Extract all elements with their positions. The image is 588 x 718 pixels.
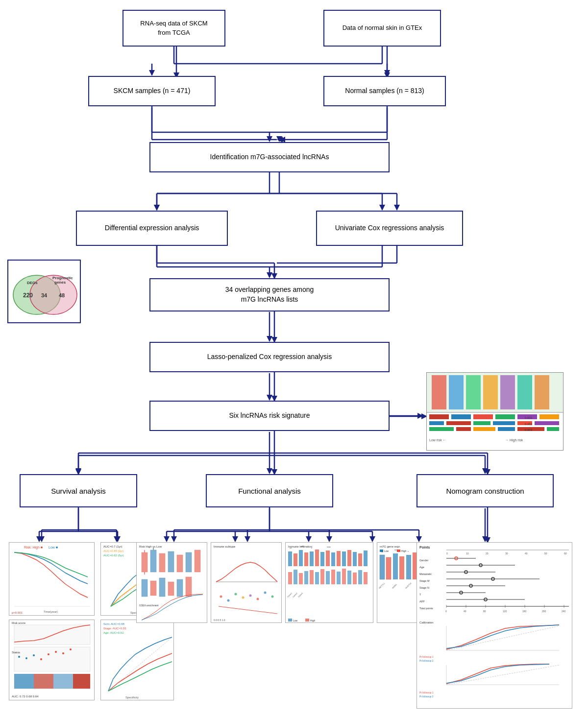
svg-text:200: 200 bbox=[542, 610, 546, 613]
svg-marker-11 bbox=[276, 136, 282, 142]
svg-point-159 bbox=[227, 599, 230, 602]
svg-text:34: 34 bbox=[41, 292, 48, 298]
svg-rect-175 bbox=[315, 550, 319, 566]
skcm-samples-box: SKCM samples (n = 471) bbox=[88, 76, 216, 106]
svg-rect-150 bbox=[159, 578, 165, 597]
univariate-box: Univariate Cox regressions analysis bbox=[316, 211, 463, 246]
svg-text:50: 50 bbox=[544, 552, 547, 555]
svg-rect-199 bbox=[342, 569, 346, 584]
svg-rect-92 bbox=[547, 427, 559, 431]
svg-point-117 bbox=[25, 657, 27, 659]
svg-text:20: 20 bbox=[486, 552, 489, 555]
svg-text:120: 120 bbox=[503, 610, 507, 613]
svg-text:Risk High vs Low: Risk High vs Low bbox=[139, 545, 162, 548]
svg-rect-90 bbox=[498, 427, 515, 431]
svg-rect-174 bbox=[310, 551, 314, 566]
svg-rect-153 bbox=[186, 577, 192, 597]
svg-marker-324 bbox=[267, 395, 272, 401]
svg-text:DEGs: DEGs bbox=[27, 281, 38, 285]
svg-text:Low: Low bbox=[293, 619, 298, 622]
svg-rect-89 bbox=[473, 427, 495, 431]
svg-marker-332 bbox=[482, 468, 488, 474]
svg-text:Metastatic: Metastatic bbox=[419, 573, 432, 575]
svg-rect-221 bbox=[406, 555, 411, 579]
svg-rect-84 bbox=[493, 421, 515, 425]
overlapping-box: 34 overlapping genes among m7G lncRNAs l… bbox=[149, 278, 390, 311]
svg-marker-52 bbox=[369, 536, 375, 542]
svg-point-123 bbox=[70, 648, 72, 650]
svg-text:*: * bbox=[408, 550, 409, 553]
svg-marker-330 bbox=[267, 468, 272, 474]
svg-marker-352 bbox=[417, 413, 423, 419]
svg-rect-152 bbox=[177, 579, 183, 597]
svg-rect-170 bbox=[288, 551, 292, 566]
svg-rect-176 bbox=[320, 552, 324, 566]
svg-rect-194 bbox=[315, 572, 319, 584]
functional-chart-gsea: Risk High vs Low GSEA enrichment bbox=[136, 542, 207, 623]
svg-rect-87 bbox=[429, 427, 454, 431]
svg-text:Stage M: Stage M bbox=[419, 579, 430, 582]
svg-text:*: * bbox=[311, 547, 312, 550]
venn-svg: DEGs Prognostic genes 220 34 48 bbox=[8, 261, 82, 324]
svg-text:Status: Status bbox=[12, 651, 20, 654]
svg-rect-183 bbox=[358, 553, 362, 566]
svg-rect-141 bbox=[150, 550, 156, 572]
svg-marker-322 bbox=[267, 336, 272, 342]
svg-rect-191 bbox=[299, 573, 303, 584]
svg-text:GSEA enrichment: GSEA enrichment bbox=[139, 604, 159, 607]
svg-text:Calibration: Calibration bbox=[419, 621, 434, 624]
svg-marker-336 bbox=[39, 536, 45, 542]
svg-rect-81 bbox=[429, 421, 444, 425]
svg-marker-344 bbox=[245, 536, 250, 542]
svg-text:High: High bbox=[310, 619, 316, 622]
svg-text:Risk score: Risk score bbox=[12, 622, 26, 624]
svg-rect-146 bbox=[186, 552, 192, 572]
svg-marker-348 bbox=[416, 536, 422, 542]
svg-marker-50 bbox=[306, 536, 312, 542]
svg-rect-189 bbox=[288, 572, 292, 584]
svg-text:Pr.followup 1: Pr.followup 1 bbox=[419, 691, 434, 694]
svg-rect-177 bbox=[326, 550, 330, 566]
svg-text:genes: genes bbox=[54, 280, 66, 285]
svg-rect-195 bbox=[320, 569, 324, 584]
svg-point-118 bbox=[33, 654, 35, 656]
svg-rect-172 bbox=[299, 550, 303, 566]
svg-text:→ High risk: → High risk bbox=[505, 438, 523, 442]
lasso-chart: 0.001 0.002 0.003 Low risk ← → High risk bbox=[426, 372, 564, 451]
svg-rect-192 bbox=[304, 571, 308, 584]
svg-marker-46 bbox=[164, 536, 170, 542]
svg-point-121 bbox=[55, 651, 57, 653]
svg-rect-178 bbox=[331, 552, 335, 566]
six-lnc-box: Six lncRNAs risk signature bbox=[149, 401, 390, 431]
svg-rect-200 bbox=[347, 571, 351, 584]
svg-rect-75 bbox=[429, 414, 449, 419]
svg-rect-144 bbox=[168, 551, 174, 572]
svg-point-164 bbox=[264, 592, 267, 594]
svg-marker-342 bbox=[171, 536, 177, 542]
svg-rect-125 bbox=[14, 674, 34, 689]
svg-text:AUC=0.7 (1yr): AUC=0.7 (1yr) bbox=[103, 545, 122, 548]
svg-point-120 bbox=[48, 653, 49, 655]
svg-rect-145 bbox=[177, 555, 183, 572]
svg-text:***: *** bbox=[300, 546, 303, 549]
svg-rect-182 bbox=[353, 552, 357, 566]
svg-text:220: 220 bbox=[23, 292, 33, 299]
svg-rect-173 bbox=[304, 552, 308, 566]
svg-text:0.003: 0.003 bbox=[525, 429, 533, 431]
svg-rect-219 bbox=[393, 553, 398, 579]
nomogram-chart: Points 0 10 20 30 40 50 60 Gender Age Me… bbox=[416, 542, 572, 709]
svg-text:Low risk ←: Low risk ← bbox=[429, 438, 446, 442]
svg-point-122 bbox=[62, 652, 64, 654]
svg-text:p<0.001: p<0.001 bbox=[12, 611, 23, 614]
svg-point-119 bbox=[40, 658, 42, 660]
svg-rect-128 bbox=[73, 674, 90, 689]
svg-text:**: ** bbox=[290, 547, 292, 550]
svg-rect-86 bbox=[535, 421, 559, 425]
svg-marker-350 bbox=[482, 536, 488, 542]
survival-chart-km: Risk: High ■ Low ■ p<0.001 Time(year) bbox=[9, 542, 95, 616]
svg-point-165 bbox=[271, 596, 274, 598]
svg-text:0: 0 bbox=[445, 610, 447, 613]
svg-text:Scm: AUC=0.68: Scm: AUC=0.68 bbox=[103, 622, 125, 625]
svg-rect-147 bbox=[195, 550, 200, 572]
svg-rect-179 bbox=[337, 551, 341, 566]
